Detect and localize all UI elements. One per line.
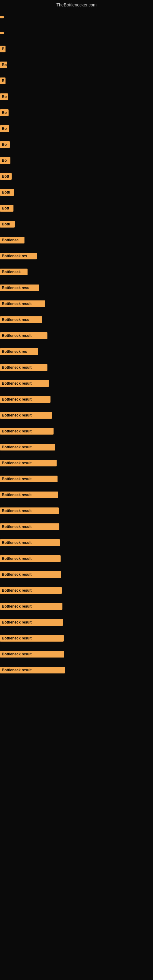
bar-row: B [0, 41, 153, 57]
bar-label: Bottleneck result [0, 635, 64, 641]
bar-row: Bottleneck result [0, 535, 153, 550]
bar-label: B [0, 46, 5, 52]
bar-row: Bottleneck [0, 264, 153, 280]
bar-label: Bottleneck result [0, 619, 63, 626]
bar-row: Bottleneck resu [0, 280, 153, 296]
bar-label: Bottleneck result [0, 476, 57, 482]
bar-row: Bott [0, 200, 153, 216]
bar-label: Bottleneck result [0, 539, 60, 546]
bar-label: B [0, 78, 5, 84]
bar-label: Bottleneck result [0, 603, 62, 610]
bar-label: Bottl [0, 221, 15, 228]
bar-label: Bo [0, 125, 9, 132]
bar-row: Bottleneck result [0, 391, 153, 407]
bar-row: B [0, 73, 153, 89]
bar-label [0, 32, 4, 34]
bar-label: Bo [0, 62, 7, 68]
site-title: TheBottlenecker.com [56, 2, 97, 7]
bar-label: Bottleneck result [0, 555, 61, 562]
bar-row: Bo [0, 57, 153, 73]
bar-row: Bottleneck result [0, 375, 153, 391]
bar-label: Bo [0, 157, 10, 164]
bar-label: Bo [0, 109, 9, 116]
bar-label: Bottleneck result [0, 460, 57, 466]
bar-row: Bottleneck res [0, 344, 153, 360]
bar-row: Bottleneck result [0, 360, 153, 375]
bar-label: Bottleneck result [0, 523, 59, 530]
bar-label: Bottleneck result [0, 412, 52, 418]
bar-label: Bottleneck result [0, 571, 61, 578]
bar-row: Bottleneck result [0, 423, 153, 439]
bar-label: Bottlenec [0, 237, 24, 243]
bar-label: Bottleneck resu [0, 285, 39, 291]
bar-row: Bottleneck result [0, 566, 153, 582]
bar-row: Bottleneck resu [0, 312, 153, 328]
bar-label: Bottleneck result [0, 396, 51, 403]
bar-label: Bott [0, 173, 12, 180]
bar-label: Bottleneck result [0, 587, 62, 594]
bar-label: Bottleneck [0, 269, 27, 275]
bar-label: Bottleneck result [0, 428, 54, 434]
bar-row: Bott [0, 169, 153, 185]
bar-row: Bottleneck result [0, 646, 153, 662]
bar-row: Bottlenec [0, 232, 153, 248]
bar-row: Bottleneck result [0, 630, 153, 646]
bar-row: Bottleneck result [0, 582, 153, 598]
bar-row: Bottleneck result [0, 407, 153, 423]
bar-label: Bottleneck result [0, 301, 45, 307]
bar-row: Bottl [0, 185, 153, 200]
bar-label: Bo [0, 94, 8, 100]
bar-row [0, 9, 153, 25]
bar-row: Bottleneck result [0, 614, 153, 630]
bar-row: Bottleneck result [0, 328, 153, 344]
bars-container: BBoBBoBoBoBoBoBottBottlBottBottlBottlene… [0, 9, 153, 678]
bar-row: Bottleneck result [0, 550, 153, 566]
bar-row: Bottleneck result [0, 487, 153, 503]
bar-label: Bottleneck result [0, 380, 49, 387]
bar-row: Bo [0, 153, 153, 169]
bar-label: Bottleneck res [0, 253, 37, 259]
bar-row [0, 25, 153, 41]
bar-row: Bo [0, 137, 153, 153]
bar-row: Bottleneck result [0, 455, 153, 471]
bar-row: Bottleneck result [0, 503, 153, 519]
bar-row: Bottleneck result [0, 471, 153, 487]
bar-label [0, 16, 4, 18]
bar-row: Bottleneck result [0, 662, 153, 678]
bar-label: Bottleneck res [0, 348, 38, 355]
bar-label: Bottl [0, 189, 14, 196]
bar-row: Bottleneck result [0, 598, 153, 614]
bar-label: Bott [0, 205, 13, 212]
bar-row: Bottl [0, 216, 153, 232]
bar-label: Bottleneck resu [0, 317, 42, 323]
bar-label: Bottleneck result [0, 364, 48, 371]
bar-label: Bottleneck result [0, 667, 65, 673]
bar-label: Bottleneck result [0, 444, 55, 450]
bar-row: Bo [0, 105, 153, 121]
bar-row: Bottleneck result [0, 519, 153, 535]
bar-row: Bo [0, 121, 153, 137]
bar-label: Bottleneck result [0, 651, 64, 657]
bar-row: Bottleneck result [0, 296, 153, 312]
bar-label: Bo [0, 141, 10, 148]
bar-row: Bottleneck result [0, 439, 153, 455]
bar-row: Bo [0, 89, 153, 105]
bar-row: Bottleneck res [0, 248, 153, 264]
bar-label: Bottleneck result [0, 332, 48, 339]
bar-label: Bottleneck result [0, 492, 58, 498]
bar-label: Bottleneck result [0, 508, 59, 514]
